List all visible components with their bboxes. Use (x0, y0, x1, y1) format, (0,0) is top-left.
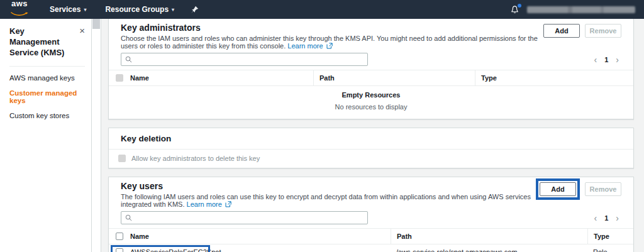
nav-services[interactable]: Services ▾ (50, 5, 86, 14)
search-input[interactable] (135, 214, 364, 222)
main-content: Key administrators Choose the IAM users … (101, 19, 644, 252)
empty-state: Empty Resources No resources to display (109, 86, 633, 119)
search-icon (125, 214, 132, 221)
column-header-path: Path (391, 229, 587, 244)
prev-page-icon[interactable]: ‹ (594, 55, 597, 64)
allow-deletion-checkbox (118, 155, 126, 162)
next-page-icon[interactable]: › (616, 55, 619, 64)
add-button[interactable]: Add (543, 24, 580, 38)
key-users-description-text: The following IAM users and roles can us… (121, 193, 531, 208)
sidebar-title: Key Management Service (KMS) (9, 26, 70, 58)
select-all-checkbox[interactable] (116, 233, 123, 240)
key-deletion-title: Key deletion (121, 134, 621, 143)
column-header-type: Type (587, 229, 633, 244)
scrollbar-thumb[interactable] (92, 19, 100, 29)
row-type: Role (587, 244, 633, 252)
column-header-name: Name (130, 74, 313, 82)
search-input[interactable] (135, 56, 364, 63)
chevron-down-icon: ▾ (172, 7, 174, 13)
nav-resource-groups[interactable]: Resource Groups ▾ (105, 5, 174, 14)
add-button[interactable]: Add (540, 182, 576, 196)
column-header-path: Path (313, 70, 475, 85)
search-box (121, 53, 368, 66)
row-path: /aws-service-role/spot.amazonaws.com (391, 244, 587, 252)
notification-dot (518, 4, 521, 8)
remove-button[interactable]: Remove (585, 24, 621, 38)
sidebar-item-customer-managed-keys[interactable]: Customer managed keys (9, 89, 85, 104)
prev-page-icon[interactable]: ‹ (594, 214, 597, 222)
aws-logo[interactable]: aws (8, 0, 31, 19)
empty-state-title: Empty Resources (109, 91, 633, 99)
learn-more-link[interactable]: Learn more (287, 42, 323, 50)
table-row: AWSServiceRoleForEC2Spot /aws-service-ro… (109, 244, 633, 252)
search-box (121, 211, 368, 224)
table-header-row: Name Path Type (109, 229, 633, 244)
learn-more-link[interactable]: Learn more (187, 200, 222, 208)
search-icon (125, 56, 132, 63)
column-header-type: Type (475, 70, 633, 85)
table-header-row: Name Path Type (109, 70, 633, 86)
sidebar-divider (9, 66, 85, 67)
key-administrators-table: Name Path Type Empty Resources No resour… (109, 70, 633, 119)
nav-resource-groups-label: Resource Groups (105, 5, 169, 14)
external-link-icon (326, 43, 333, 49)
key-administrators-card: Key administrators Choose the IAM users … (108, 19, 634, 119)
close-icon[interactable]: × (79, 26, 85, 58)
notifications-bell-icon[interactable] (510, 5, 519, 14)
chevron-down-icon: ▾ (84, 7, 86, 13)
allow-deletion-label: Allow key administrators to delete this … (131, 155, 260, 162)
key-users-title: Key users (121, 181, 540, 191)
top-navbar: aws Services ▾ Resource Groups ▾ (0, 0, 644, 19)
redacted-account-info (527, 6, 635, 13)
column-header-name: Name (130, 233, 391, 240)
kms-sidebar: Key Management Service (KMS) × AWS manag… (0, 19, 92, 252)
sidebar-item-custom-key-stores[interactable]: Custom key stores (9, 112, 85, 119)
aws-smile-icon (11, 12, 28, 16)
pushpin-icon[interactable] (191, 6, 199, 14)
key-administrators-description: Choose the IAM users and roles who can a… (121, 35, 543, 50)
key-users-table: Name Path Type AWSServiceRoleForEC2Spot … (109, 228, 633, 252)
page-number: 1 (604, 214, 608, 222)
aws-logo-text: aws (8, 0, 31, 8)
row-checkbox[interactable] (116, 248, 123, 252)
vertical-scrollbar[interactable] (92, 19, 101, 252)
next-page-icon[interactable]: › (616, 214, 619, 222)
key-users-description: The following IAM users and roles can us… (121, 193, 540, 208)
pagination: ‹ 1 › (594, 55, 621, 64)
external-link-icon (225, 201, 231, 207)
empty-state-subtitle: No resources to display (109, 103, 633, 111)
key-administrators-title: Key administrators (121, 23, 543, 33)
key-users-card: Key users The following IAM users and ro… (108, 177, 634, 252)
nav-services-label: Services (50, 5, 80, 14)
sidebar-item-aws-managed-keys[interactable]: AWS managed keys (9, 74, 85, 82)
row-name: AWSServiceRoleForEC2Spot (130, 248, 391, 252)
remove-button[interactable]: Remove (585, 182, 621, 196)
navbar-right (510, 5, 635, 14)
add-button-highlight-box: Add (536, 178, 580, 200)
select-all-checkbox (116, 74, 123, 82)
key-deletion-card: Key deletion Allow key administrators to… (108, 128, 634, 168)
pagination: ‹ 1 › (594, 214, 621, 222)
page-number: 1 (604, 56, 608, 63)
